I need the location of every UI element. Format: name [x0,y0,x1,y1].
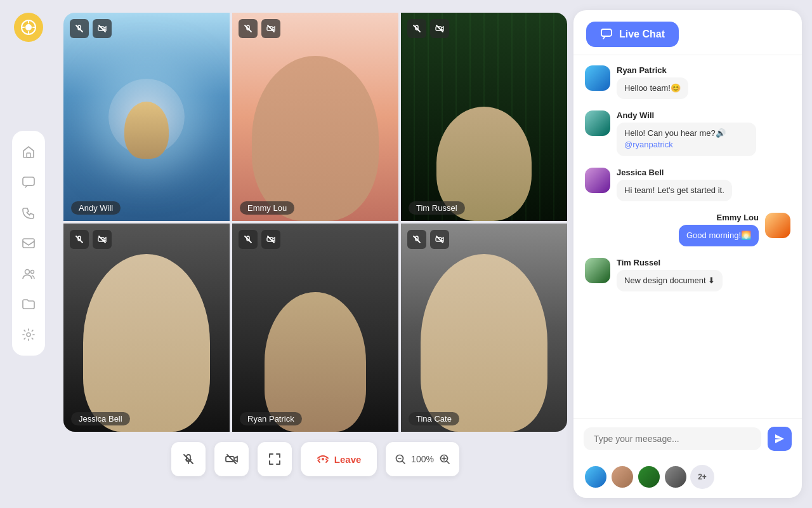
tina-cate-name: Tina Cate [409,412,459,425]
svg-line-18 [414,25,420,32]
chat-messages: Ryan Patrick Helloo team!😊 Andy Will Hel… [573,55,802,418]
chat-input-area [573,418,802,458]
bottom-avatars: 2+ [573,458,802,498]
mini-avatar-3 [637,465,661,489]
tim-controls [407,19,449,38]
ryanp-camera-btn[interactable] [261,230,280,249]
message-tim: Tim Russel New design document ⬇ [585,258,790,291]
ryan-msg-content: Ryan Patrick Helloo team!😊 [617,65,688,99]
svg-line-24 [245,236,251,243]
camera-toggle-btn[interactable] [214,442,249,476]
emmy-lou-name: Emmy Lou [240,201,294,215]
jessica-avatar [585,168,610,193]
video-grid: Andy Will Emmy Lou [63,13,567,432]
tim-avatar [585,258,610,283]
tim-bubble: New design document ⬇ [617,270,723,291]
video-cell-tim-russel: Tim Russel [401,13,567,221]
sidebar-item-home[interactable] [12,138,45,165]
emmy-camera-btn[interactable] [261,19,280,38]
leave-call-btn[interactable]: Leave [301,442,377,476]
tim-msg-content: Tim Russel New design document ⬇ [617,258,723,291]
video-cell-jessica-bell: Jessica Bell [63,224,230,432]
emmy-sender-name: Emmy Lou [717,213,759,222]
video-cell-andy-will: Andy Will [63,13,230,221]
message-emmy: Emmy Lou Good morning!🌅 [585,213,790,246]
chat-input[interactable] [584,427,761,450]
mini-avatar-2 [610,465,634,489]
video-cell-tina-cate: Tina Cate [401,224,567,432]
live-chat-label: Live Chat [619,29,665,40]
andy-will-name: Andy Will [71,201,121,215]
svg-rect-6 [27,153,30,157]
svg-point-9 [25,270,30,274]
message-andy: Andy Will Hello! Can you hear me?🔊 @ryan… [585,110,790,156]
more-participants-badge[interactable]: 2+ [690,465,714,489]
bottom-controls: Leave 100% [63,432,567,479]
panel-header: Live Chat [573,10,802,55]
andy-camera-btn[interactable] [93,19,112,38]
emmy-mute-btn[interactable] [239,19,258,38]
emmy-avatar [765,213,790,238]
tina-camera-btn[interactable] [430,230,449,249]
send-button[interactable] [768,427,792,451]
app-logo [14,13,43,42]
jessica-bell-name: Jessica Bell [71,412,130,425]
fullscreen-btn[interactable] [258,442,292,476]
andy-mute-btn[interactable] [70,19,89,38]
svg-line-36 [402,461,405,464]
svg-rect-8 [23,239,34,248]
ryanp-mute-btn[interactable] [239,230,258,249]
mention-ryanpatrick: @ryanpatrick [624,140,673,149]
emmy-controls [239,19,280,38]
svg-line-21 [76,236,82,243]
right-panel: Live Chat Ryan Patrick Helloo team!😊 And… [573,10,802,498]
zoom-level: 100% [411,454,434,464]
svg-line-15 [245,25,251,32]
leave-label: Leave [334,454,362,465]
message-ryan: Ryan Patrick Helloo team!😊 [585,65,790,99]
main-area: Andy Will Emmy Lou [57,0,573,508]
andy-msg-content: Andy Will Hello! Can you hear me?🔊 @ryan… [617,110,756,156]
ryan-patrick-name: Ryan Patrick [240,412,302,425]
ryan-bubble: Helloo team!😊 [617,77,688,99]
tim-russel-name: Tim Russel [409,201,465,215]
video-cell-emmy-lou: Emmy Lou [232,13,398,221]
tim-mute-btn[interactable] [407,19,426,38]
sidebar-item-inbox[interactable] [12,230,45,257]
tim-camera-btn[interactable] [430,19,449,38]
svg-line-39 [447,461,449,464]
svg-line-12 [76,25,82,32]
svg-point-1 [25,24,32,30]
andy-sender-name: Andy Will [617,110,756,120]
jessica-sender-name: Jessica Bell [617,168,732,177]
jessica-mute-btn[interactable] [70,230,89,249]
tina-controls [407,230,449,249]
sidebar-item-folder[interactable] [12,291,45,318]
sidebar-item-settings[interactable] [12,321,45,348]
video-cell-ryan-patrick: Ryan Patrick [232,224,398,432]
svg-point-10 [31,271,34,274]
andy-avatar [585,110,610,136]
sidebar-item-call[interactable] [12,199,45,226]
tina-mute-btn[interactable] [407,230,426,249]
sidebar [0,0,57,508]
jessica-camera-btn[interactable] [93,230,112,249]
sidebar-item-chat[interactable] [12,169,45,196]
ryan-sender-name: Ryan Patrick [617,65,688,75]
mute-toggle-btn[interactable] [171,442,206,476]
svg-rect-42 [601,29,612,36]
sidebar-nav [12,131,45,356]
ryan-avatar [585,65,610,91]
sidebar-item-users[interactable] [12,260,45,287]
jessica-msg-content: Jessica Bell Hi team! Let's get started … [617,168,732,201]
jessica-bubble: Hi team! Let's get started it. [617,180,732,201]
zoom-control[interactable]: 100% [386,442,459,476]
emmy-msg-content: Emmy Lou Good morning!🌅 [679,213,759,246]
andy-bubble: Hello! Can you hear me?🔊 @ryanpatrick [617,123,756,156]
ryanp-controls [239,230,280,249]
live-chat-button[interactable]: Live Chat [586,22,679,47]
jessica-controls [70,230,112,249]
andy-controls [70,19,112,38]
emmy-bubble: Good morning!🌅 [679,225,759,246]
svg-point-11 [27,333,30,337]
